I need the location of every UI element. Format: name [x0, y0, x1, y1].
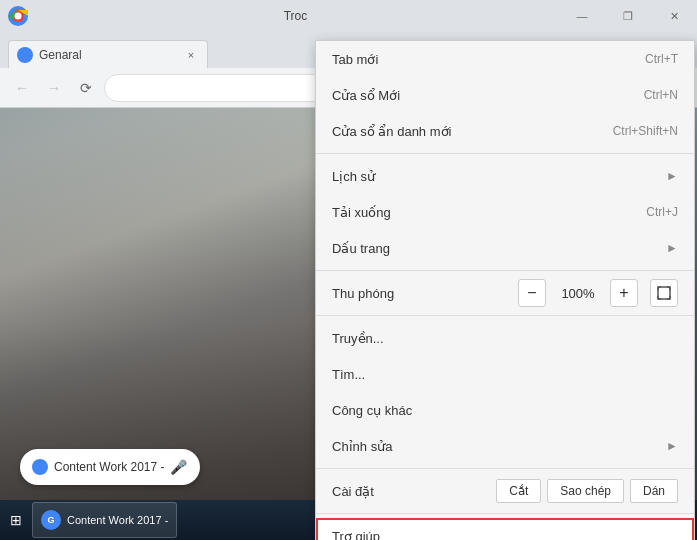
menu-item-settings[interactable]: Trợ giúp	[316, 518, 694, 540]
forward-button[interactable]: →	[40, 74, 68, 102]
google-favicon	[32, 459, 48, 475]
zoom-controls: − 100% +	[518, 279, 678, 307]
chrome-menu: Tab mới Ctrl+T Cửa sổ Mới Ctrl+N Cửa sổ …	[315, 40, 695, 540]
zoom-value: 100%	[554, 286, 602, 301]
cut-button[interactable]: Cắt	[496, 479, 541, 503]
taskbar-item-label: Content Work 2017 -	[67, 514, 168, 526]
zoom-plus-button[interactable]: +	[610, 279, 638, 307]
zoom-row: Thu phóng − 100% +	[316, 275, 694, 311]
google-search-text: Content Work 2017 -	[54, 460, 168, 474]
menu-item-find[interactable]: Công cụ khác	[316, 392, 694, 428]
zoom-minus-button[interactable]: −	[518, 279, 546, 307]
copy-button[interactable]: Sao chép	[547, 479, 624, 503]
reload-button[interactable]: ⟳	[72, 74, 100, 102]
menu-item-more-tools[interactable]: Chỉnh sửa ►	[316, 428, 694, 464]
microphone-icon[interactable]: 🎤	[168, 457, 188, 477]
active-tab[interactable]: Genaral ×	[8, 40, 208, 68]
back-button[interactable]: ←	[8, 74, 36, 102]
menu-item-cast[interactable]: Tìm...	[316, 356, 694, 392]
taskbar-chrome-icon: G	[41, 510, 61, 530]
tab-close-button[interactable]: ×	[183, 47, 199, 63]
titlebar-controls: — ❐ ✕	[559, 0, 697, 32]
minimize-button[interactable]: —	[559, 0, 605, 32]
separator-3	[316, 315, 694, 316]
svg-point-2	[15, 13, 22, 20]
maximize-button[interactable]: ❐	[605, 0, 651, 32]
separator-5	[316, 513, 694, 514]
menu-item-new-tab[interactable]: Tab mới Ctrl+T	[316, 41, 694, 77]
paste-button[interactable]: Dán	[630, 479, 678, 503]
separator-2	[316, 270, 694, 271]
tab-label: Genaral	[39, 48, 183, 62]
taskbar-chrome-item[interactable]: G Content Work 2017 -	[32, 502, 177, 538]
separator-1	[316, 153, 694, 154]
zoom-fullscreen-button[interactable]	[650, 279, 678, 307]
menu-item-bookmarks[interactable]: Dấu trang ►	[316, 230, 694, 266]
titlebar: Troc — ❐ ✕	[0, 0, 697, 32]
menu-item-print[interactable]: Truyền...	[316, 320, 694, 356]
edit-row: Cài đặt Cắt Sao chép Dán	[316, 473, 694, 509]
separator-4	[316, 468, 694, 469]
titlebar-title: Troc	[208, 9, 384, 23]
google-search-bar[interactable]: Content Work 2017 - 🎤	[20, 449, 200, 485]
menu-item-new-window[interactable]: Cửa sổ Mới Ctrl+N	[316, 77, 694, 113]
menu-item-downloads[interactable]: Tải xuống Ctrl+J	[316, 194, 694, 230]
tab-favicon	[17, 47, 33, 63]
chrome-logo	[4, 2, 32, 30]
close-button[interactable]: ✕	[651, 0, 697, 32]
menu-item-incognito[interactable]: Cửa sổ ẩn danh mới Ctrl+Shift+N	[316, 113, 694, 149]
taskbar-start-button[interactable]: ⊞	[4, 508, 28, 532]
menu-item-history[interactable]: Lịch sử ►	[316, 158, 694, 194]
svg-rect-6	[658, 287, 670, 299]
